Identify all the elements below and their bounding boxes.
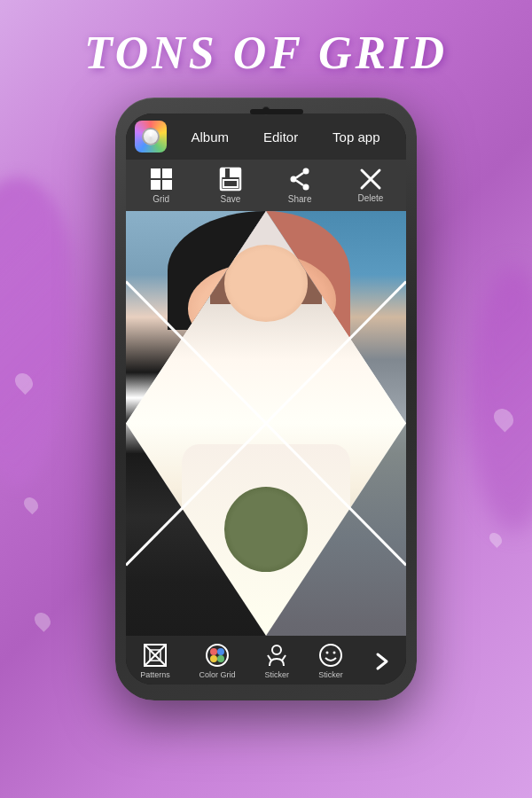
svg-line-27	[268, 655, 271, 661]
bottom-toolbar: Patterns Color Grid	[126, 636, 406, 685]
sticker2-icon	[318, 643, 343, 668]
nav-tab-editor[interactable]: Editor	[263, 129, 298, 145]
svg-line-12	[296, 181, 303, 186]
more-button[interactable]	[372, 649, 392, 674]
nav-tab-topapp[interactable]: Top app	[332, 129, 379, 145]
svg-point-30	[325, 652, 328, 654]
svg-point-9	[303, 168, 309, 175]
patterns-label: Patterns	[140, 670, 170, 679]
page-title: TONS OF GRID	[0, 27, 532, 79]
nav-bar: Album Editor Top app	[126, 113, 406, 160]
grid-container	[126, 211, 406, 636]
save-label: Save	[220, 194, 240, 204]
svg-point-23	[217, 648, 224, 655]
delete-button[interactable]: Delete	[357, 168, 383, 203]
svg-point-29	[320, 645, 341, 666]
grid-icon	[149, 167, 174, 192]
svg-point-26	[272, 645, 281, 654]
colorgrid-icon	[205, 643, 230, 668]
sticker-button-1[interactable]: Sticker	[264, 643, 289, 679]
svg-rect-2	[151, 180, 160, 190]
colorgrid-button[interactable]: Color Grid	[200, 643, 236, 679]
colorgrid-label: Color Grid	[200, 670, 236, 679]
droplet-4	[487, 530, 505, 548]
nav-tab-album[interactable]: Album	[191, 129, 229, 145]
save-button[interactable]: Save	[219, 167, 242, 204]
patterns-icon	[143, 643, 168, 668]
svg-rect-3	[162, 180, 172, 190]
svg-point-10	[303, 184, 309, 191]
svg-point-25	[217, 655, 224, 662]
sticker-button-2[interactable]: Sticker	[318, 643, 343, 679]
svg-rect-7	[223, 180, 238, 187]
phone-screen: Album Editor Top app Grid	[126, 113, 406, 685]
svg-line-11	[296, 173, 303, 178]
svg-rect-6	[225, 168, 230, 177]
patterns-button[interactable]: Patterns	[140, 643, 170, 679]
svg-rect-1	[162, 168, 172, 178]
photo-collage[interactable]	[126, 211, 406, 636]
svg-point-31	[332, 652, 335, 654]
delete-label: Delete	[357, 193, 383, 203]
droplet-3	[489, 404, 517, 432]
nav-tabs: Album Editor Top app	[174, 129, 397, 145]
delete-icon	[359, 168, 382, 191]
droplet-2	[21, 495, 42, 515]
svg-rect-5	[221, 168, 240, 177]
share-label: Share	[288, 194, 312, 204]
svg-point-22	[210, 648, 217, 655]
phone-body: Album Editor Top app Grid	[115, 98, 417, 700]
svg-line-28	[282, 655, 286, 661]
sticker1-label: Sticker	[265, 670, 290, 679]
save-icon	[219, 167, 242, 192]
svg-rect-0	[151, 168, 160, 178]
phone-speaker	[250, 109, 303, 114]
svg-point-21	[207, 645, 228, 666]
droplet-5	[31, 609, 53, 631]
app-icon[interactable]	[135, 121, 167, 153]
sticker1-icon	[264, 643, 289, 668]
droplet-1	[12, 370, 36, 395]
sticker2-label: Sticker	[318, 670, 343, 679]
grid-label: Grid	[153, 194, 169, 204]
svg-point-24	[210, 655, 217, 662]
grid-button[interactable]: Grid	[149, 167, 174, 204]
phone-device: Album Editor Top app Grid	[115, 98, 417, 700]
more-icon	[372, 649, 392, 674]
share-button[interactable]: Share	[287, 167, 312, 204]
main-toolbar: Grid Save	[126, 160, 406, 211]
share-icon	[287, 167, 312, 192]
